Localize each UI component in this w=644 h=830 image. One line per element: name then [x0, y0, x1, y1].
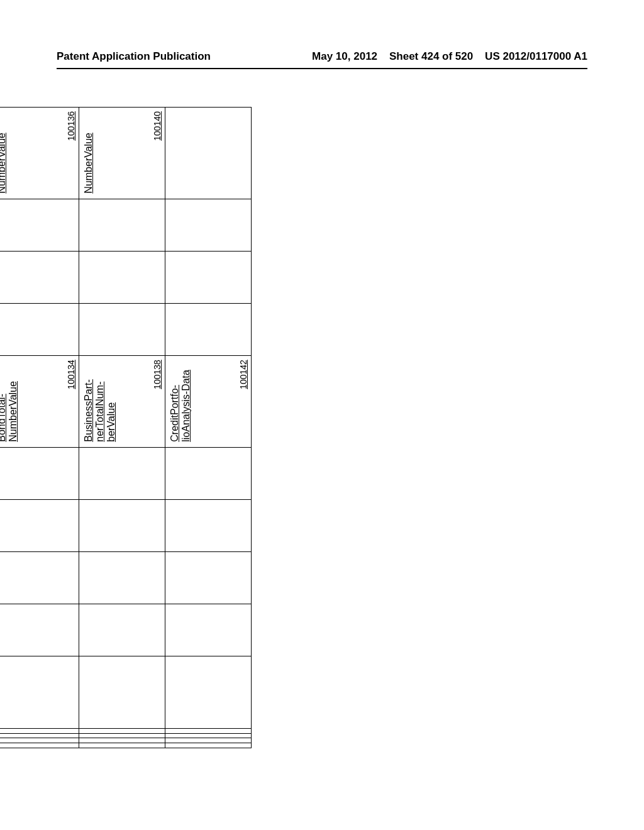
header-left: Patent Application Publication: [57, 50, 211, 63]
stub-cell: [165, 728, 251, 748]
header-rule: [57, 68, 587, 69]
cell-package: [79, 656, 165, 728]
cell-level3: [165, 499, 251, 551]
cell-level4: [165, 447, 251, 499]
level5-text: CreditPortfo-lioAnalysis-Data: [169, 370, 191, 442]
table-row: CreditPortfo-lioAnalysis-Data 100142: [165, 108, 251, 748]
cell-level8: [79, 199, 165, 251]
cell-package: [0, 656, 79, 728]
cell-level5: BusinessPart-nerTotalNum-berValue 100138: [79, 356, 165, 448]
cell-level6: [0, 304, 79, 356]
cell-level7: [79, 251, 165, 303]
cell-level4: [79, 447, 165, 499]
datatype-text: NumberValue: [0, 133, 7, 194]
cell-level7: [165, 251, 251, 303]
data-table-container: Package level1 level2 level3 level4 leve…: [6, 239, 644, 616]
cell-level2: [79, 552, 165, 604]
cell-level1: [165, 604, 251, 656]
cell-level5: BondTotal-NumberValue 100134: [0, 356, 79, 448]
cell-datatype: NumberValue 100140: [79, 108, 165, 199]
cell-level2: [165, 552, 251, 604]
cell-level8: [0, 199, 79, 251]
cell-level3: [79, 499, 165, 551]
header-sheet: Sheet 424 of 520: [389, 50, 473, 62]
cell-datatype: NumberValue 100136: [0, 108, 79, 199]
cell-level3: [0, 499, 79, 551]
header-pubnum: US 2012/0117000 A1: [485, 50, 587, 62]
cell-level4: [0, 447, 79, 499]
stub-cell: [79, 728, 165, 748]
cell-level6: [165, 304, 251, 356]
cell-level8: [165, 199, 251, 251]
datatype-ref: 100136: [66, 111, 76, 141]
datatype-text: NumberValue: [83, 133, 94, 194]
level5-text: BondTotal-NumberValue: [0, 381, 18, 442]
table-row: BusinessPart-nerTotalNum-berValue 100138…: [79, 108, 165, 748]
level5-ref: 100138: [152, 360, 162, 389]
level5-ref: 100134: [66, 360, 76, 389]
level5-ref: 100142: [238, 360, 248, 389]
cell-package: [165, 656, 251, 728]
cell-level5: CreditPortfo-lioAnalysis-Data 100142: [165, 356, 251, 448]
cell-level1: [79, 604, 165, 656]
level5-text: BusinessPart-nerTotalNum-berValue: [83, 379, 116, 442]
header-date: May 10, 2012: [312, 50, 377, 62]
datatype-ref: 100140: [152, 111, 162, 141]
cell-level6: [79, 304, 165, 356]
data-table: Package level1 level2 level3 level4 leve…: [0, 107, 252, 748]
cell-datatype: [165, 108, 251, 199]
table-row: BondTotal-NumberValue 100134 NumberValue…: [0, 108, 79, 748]
cell-level1: [0, 604, 79, 656]
cell-level7: [0, 251, 79, 303]
cell-level2: [0, 552, 79, 604]
stub-cell: [0, 728, 79, 748]
